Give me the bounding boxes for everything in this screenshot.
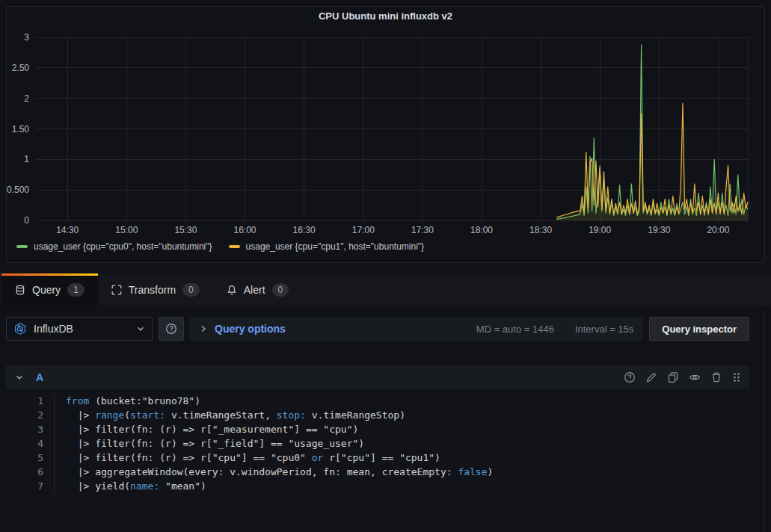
line-number: 1 — [6, 394, 43, 408]
line-number: 5 — [6, 451, 43, 465]
influxdb-logo-icon — [13, 322, 27, 335]
transform-icon — [111, 285, 122, 295]
flux-code-editor[interactable]: 1from (bucket:"bruno78")2 |> range(start… — [6, 390, 750, 529]
line-number: 2 — [6, 408, 43, 422]
code-line: 1from (bucket:"bruno78") — [6, 394, 750, 408]
help-circle-icon — [165, 323, 177, 335]
edit-icon[interactable] — [645, 371, 657, 383]
chevron-right-icon — [200, 324, 207, 333]
svg-text:16:00: 16:00 — [233, 225, 256, 235]
code-lines: 1from (bucket:"bruno78")2 |> range(start… — [6, 394, 750, 493]
query-options-toggle[interactable]: Query options MD = auto = 1446 Interval … — [190, 317, 643, 341]
code-text: |> range(start: v.timeRangeStart, stop: … — [54, 408, 405, 422]
svg-text:15:00: 15:00 — [115, 225, 138, 235]
legend-label: usage_user {cpu="cpu1", host="ubuntumini… — [246, 241, 425, 252]
code-line: 2 |> range(start: v.timeRangeStart, stop… — [6, 408, 750, 422]
code-line: 3 |> filter(fn: (r) => r["_measurement"]… — [6, 422, 750, 436]
tab-label: Alert — [244, 284, 265, 296]
query-options-summary: MD = auto = 1446 Interval = 15s — [476, 324, 633, 335]
legend-item[interactable]: usage_user {cpu="cpu0", host="ubuntumini… — [16, 241, 212, 252]
svg-text:16:30: 16:30 — [293, 225, 316, 235]
code-text: from (bucket:"bruno78") — [54, 394, 200, 408]
max-data-points-value: MD = auto = 1446 — [476, 324, 554, 335]
query-ref-id: A — [36, 371, 43, 383]
query-inspector-button[interactable]: Query inspector — [649, 317, 749, 341]
code-text: |> filter(fn: (r) => r["_measurement"] =… — [54, 422, 358, 436]
drag-handle-icon[interactable] — [732, 371, 741, 383]
duplicate-icon[interactable] — [667, 371, 679, 383]
legend-item[interactable]: usage_user {cpu="cpu1", host="ubuntumini… — [229, 241, 425, 252]
svg-text:18:30: 18:30 — [529, 225, 552, 235]
legend-label: usage_user {cpu="cpu0", host="ubuntumini… — [34, 241, 212, 252]
line-number: 7 — [6, 479, 43, 493]
tab-alert[interactable]: Alert0 — [213, 273, 302, 306]
svg-text:20:00: 20:00 — [707, 225, 729, 235]
chart-legend: usage_user {cpu="cpu0", host="ubuntumini… — [7, 241, 764, 252]
datasource-help-button[interactable] — [159, 317, 184, 341]
panel-title[interactable]: CPU Ubuntu mini influxdb v2 — [7, 7, 764, 26]
tab-query[interactable]: Query1 — [1, 273, 98, 306]
code-line: 7 |> yield(name: "mean") — [6, 479, 750, 493]
svg-text:18:00: 18:00 — [470, 225, 493, 235]
timeseries-chart[interactable]: 00.50011.5022.50314:3015:0015:3016:0016:… — [7, 26, 764, 240]
eye-icon[interactable] — [689, 371, 701, 383]
line-number: 3 — [6, 422, 43, 436]
svg-text:1.50: 1.50 — [12, 124, 30, 134]
datasource-picker[interactable]: InfluxDB — [6, 317, 153, 341]
svg-text:19:30: 19:30 — [648, 225, 670, 235]
tab-badge: 0 — [272, 283, 289, 297]
query-options-label: Query options — [215, 323, 286, 335]
query-toolbar: InfluxDB Query options MD = auto = 1446 … — [6, 317, 749, 341]
section-right-divider — [764, 311, 764, 532]
tab-badge: 1 — [67, 283, 85, 297]
svg-text:2.50: 2.50 — [12, 63, 30, 73]
editor-tabbar: Query1Transform0Alert0 — [0, 273, 771, 306]
line-number: 4 — [6, 436, 43, 451]
code-text: |> aggregateWindow(every: v.windowPeriod… — [54, 465, 493, 479]
code-line: 4 |> filter(fn: (r) => r["_field"] == "u… — [6, 436, 750, 451]
interval-value: Interval = 15s — [575, 324, 633, 335]
code-line: 6 |> aggregateWindow(every: v.windowPeri… — [6, 465, 750, 479]
bell-icon — [227, 285, 237, 295]
query-actions — [624, 371, 741, 383]
tab-badge: 0 — [182, 283, 200, 297]
svg-text:2: 2 — [24, 93, 29, 104]
svg-text:17:00: 17:00 — [352, 225, 375, 235]
tab-label: Transform — [129, 284, 176, 296]
svg-text:17:30: 17:30 — [411, 225, 434, 235]
code-text: |> filter(fn: (r) => r["cpu"] == "cpu0" … — [54, 451, 440, 465]
tab-label: Query — [32, 284, 61, 296]
timeseries-panel: CPU Ubuntu mini influxdb v2 00.50011.502… — [6, 6, 765, 263]
tab-transform[interactable]: Transform0 — [98, 273, 213, 306]
collapse-chevron-down-icon[interactable] — [15, 373, 24, 382]
help-icon[interactable] — [624, 371, 636, 383]
svg-text:0: 0 — [24, 215, 29, 226]
legend-swatch — [16, 245, 28, 248]
datasource-name: InfluxDB — [34, 323, 73, 335]
svg-text:14:30: 14:30 — [56, 225, 79, 235]
code-line: 5 |> filter(fn: (r) => r["cpu"] == "cpu0… — [6, 451, 750, 465]
svg-text:19:00: 19:00 — [589, 225, 611, 235]
query-header-row[interactable]: A — [6, 365, 750, 389]
svg-text:0.500: 0.500 — [7, 185, 29, 195]
svg-text:1: 1 — [24, 154, 29, 164]
code-text: |> filter(fn: (r) => r["_field"] == "usa… — [54, 436, 364, 451]
database-icon — [15, 285, 25, 295]
svg-text:3: 3 — [24, 32, 29, 43]
chevron-down-icon — [136, 324, 145, 333]
code-text: |> yield(name: "mean") — [54, 479, 206, 493]
trash-icon[interactable] — [710, 371, 722, 383]
line-number: 6 — [6, 465, 43, 479]
legend-swatch — [229, 245, 240, 248]
svg-text:15:30: 15:30 — [174, 225, 197, 235]
